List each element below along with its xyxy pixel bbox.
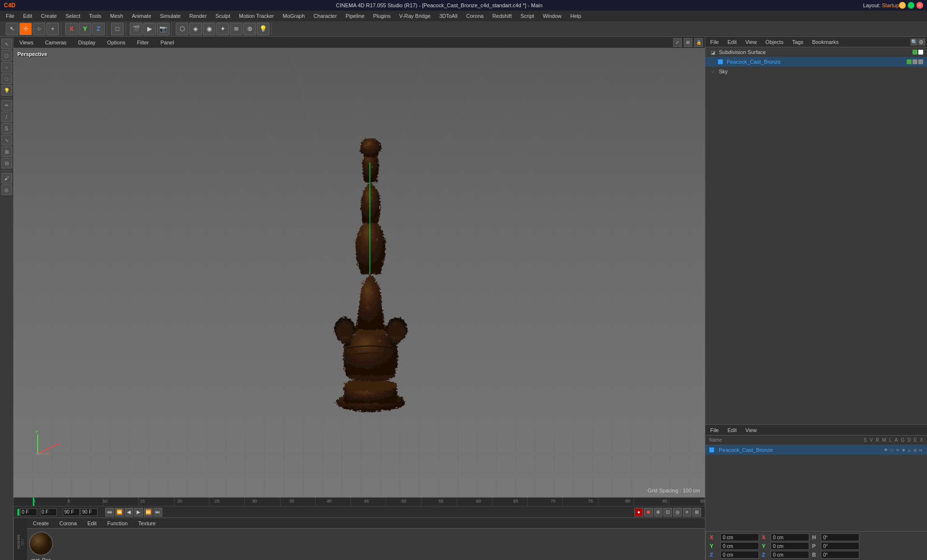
step-back-button[interactable]: ⏪ [115, 508, 124, 517]
menu-window[interactable]: Window [539, 12, 565, 20]
menu-character[interactable]: Character [309, 12, 340, 20]
obj-tab-tags[interactable]: Tags [789, 38, 806, 46]
attr-row-peacock[interactable]: Peacock_Cast_Bronze 👁 □ ≡ ⊕ △ ◎ H [705, 445, 927, 455]
tool-select[interactable]: ↖ [1, 39, 12, 49]
tool-array[interactable]: ⊞ [1, 146, 12, 157]
tab-views[interactable]: Views [15, 39, 37, 46]
menu-animate[interactable]: Animate [128, 12, 155, 20]
tool-twist[interactable]: ∿ [1, 135, 12, 145]
skip-to-start-button[interactable]: ⏮ [105, 508, 114, 517]
menu-sculpt[interactable]: Sculpt [211, 12, 234, 20]
coord-h[interactable] [821, 533, 859, 541]
menu-plugins[interactable]: Plugins [369, 12, 394, 20]
timeline-ruler[interactable]: 0 5 10 15 20 25 30 35 40 45 50 55 60 65 … [14, 497, 705, 506]
tool-sculpt[interactable]: ◎ [1, 184, 12, 195]
tab-display[interactable]: Display [74, 39, 99, 46]
tool-7[interactable]: 💡 [257, 23, 269, 35]
tool-4[interactable]: ✦ [216, 23, 229, 35]
tab-cameras[interactable]: Cameras [41, 39, 70, 46]
tool-1[interactable]: ⬡ [176, 23, 188, 35]
move-tool[interactable]: ✛ [19, 23, 32, 35]
attr-icon-7[interactable]: H [918, 448, 923, 452]
render-region[interactable]: 🎬 [130, 23, 142, 35]
menu-help[interactable]: Help [566, 12, 585, 20]
step-forward-button[interactable]: ⏩ [144, 508, 153, 517]
coord-z-pos[interactable] [720, 551, 759, 559]
x-axis[interactable]: X [65, 23, 78, 35]
obj-item-subdivision[interactable]: ◪ Subdivision Surface [705, 47, 927, 57]
attr-icon-1[interactable]: 👁 [884, 448, 888, 452]
obj-dot-render[interactable] [918, 50, 923, 55]
viewport-layout[interactable]: ⊞ [684, 38, 692, 47]
obj-item-peacock[interactable]: Peacock_Cast_Bronze [705, 57, 927, 67]
coord-z-rot[interactable] [771, 551, 809, 559]
key-mode-button[interactable]: ⊕ [654, 508, 662, 517]
tool-pen[interactable]: ✏ [1, 100, 12, 111]
play-button[interactable]: ▶ [134, 508, 143, 517]
object-mode[interactable]: □ [111, 23, 124, 35]
tool-poly[interactable]: ⬡ [1, 50, 12, 61]
viewport-expand[interactable]: ⤢ [673, 38, 682, 47]
3d-viewport[interactable]: Perspective [14, 48, 705, 497]
menu-3dtoall[interactable]: 3DToAll [435, 12, 462, 20]
render-picture[interactable]: 📷 [157, 23, 169, 35]
tab-corona-mat[interactable]: Corona [56, 519, 81, 527]
menu-render[interactable]: Render [185, 12, 211, 20]
obj-dot-extra[interactable] [918, 59, 923, 64]
tab-edit-mat[interactable]: Edit [84, 519, 100, 527]
y-axis[interactable]: Y [79, 23, 91, 35]
menu-mograph[interactable]: MoGraph [279, 12, 309, 20]
obj-dot-visible[interactable] [913, 50, 917, 55]
attr-icon-2[interactable]: □ [889, 448, 894, 452]
menu-redshift[interactable]: Redshift [489, 12, 516, 20]
tab-create-mat[interactable]: Create [29, 519, 53, 527]
current-frame-input[interactable] [40, 508, 57, 516]
menu-edit[interactable]: Edit [19, 12, 36, 20]
coord-y-pos[interactable] [720, 542, 759, 550]
auto-key-button[interactable]: ⏺ [644, 508, 653, 517]
select-tool[interactable]: ↖ [6, 23, 18, 35]
menu-create[interactable]: Create [37, 12, 61, 20]
tool-sphere[interactable]: ○ [1, 62, 12, 72]
obj-item-sky[interactable]: ○ Sky [705, 67, 927, 76]
tool-paint[interactable]: 🖌 [1, 173, 12, 183]
tool-cube[interactable]: □ [1, 73, 12, 84]
motion-path-button[interactable]: ◎ [673, 508, 682, 517]
menu-vray[interactable]: V-Ray Bridge [395, 12, 435, 20]
rotate-tool[interactable]: ○ [33, 23, 45, 35]
attr-tab-view[interactable]: View [743, 426, 760, 434]
attr-icon-4[interactable]: ⊕ [901, 448, 906, 452]
obj-tab-bookmarks[interactable]: Bookmarks [809, 38, 842, 46]
coord-x-pos[interactable] [720, 533, 759, 541]
play-reverse-button[interactable]: ◀ [125, 508, 133, 517]
attr-tab-file[interactable]: File [707, 426, 722, 434]
attr-icon-5[interactable]: △ [907, 448, 912, 452]
coord-x-rot[interactable] [771, 533, 809, 541]
tool-2[interactable]: ◈ [189, 23, 202, 35]
tab-options[interactable]: Options [103, 39, 129, 46]
preview-button[interactable]: ⊡ [663, 508, 672, 517]
menu-select[interactable]: Select [62, 12, 84, 20]
start-frame-input[interactable] [20, 508, 37, 516]
record-button[interactable]: ● [634, 508, 643, 517]
minimize-button[interactable]: − [899, 2, 906, 9]
render-view[interactable]: ▶ [143, 23, 156, 35]
attr-icon-3[interactable]: ≡ [895, 448, 900, 452]
material-slot[interactable]: mat_Pea [29, 532, 53, 560]
tool-light[interactable]: 💡 [1, 85, 12, 96]
skip-to-end-button[interactable]: ⏭ [154, 508, 162, 517]
tool-spline[interactable]: / [1, 112, 12, 122]
menu-file[interactable]: File [2, 12, 18, 20]
obj-tab-objects[interactable]: Objects [762, 38, 786, 46]
menu-motion-tracker[interactable]: Motion Tracker [235, 12, 278, 20]
scale-tool[interactable]: + [46, 23, 59, 35]
obj-dot-render-2[interactable] [913, 59, 917, 64]
tool-3[interactable]: ◉ [203, 23, 215, 35]
obj-dot-visible-2[interactable] [907, 59, 912, 64]
layout-button[interactable]: ⊞ [692, 508, 701, 517]
obj-tab-view[interactable]: View [743, 38, 760, 46]
tool-grid[interactable]: ⊟ [1, 158, 12, 168]
material-thumbnail[interactable] [29, 532, 53, 556]
tool-magnet[interactable]: S [1, 123, 12, 134]
menu-mesh[interactable]: Mesh [106, 12, 127, 20]
